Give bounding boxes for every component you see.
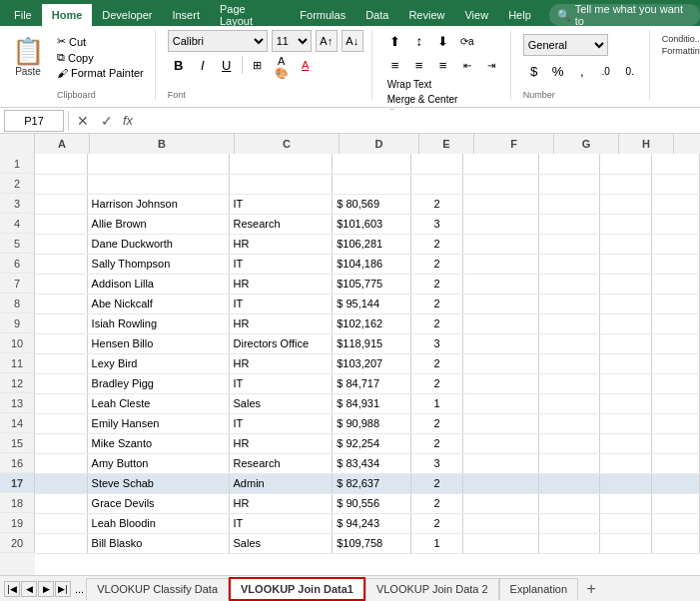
- row-header-18[interactable]: 18: [0, 493, 35, 513]
- col-header-h[interactable]: H: [619, 134, 674, 154]
- cell-b2[interactable]: [87, 174, 229, 194]
- align-center-button[interactable]: ≡: [408, 54, 430, 76]
- format-painter-button[interactable]: 🖌 Format Painter: [54, 66, 147, 80]
- row-header-3[interactable]: 3: [0, 194, 35, 214]
- cell-e1[interactable]: [410, 154, 463, 174]
- align-left-button[interactable]: ≡: [384, 54, 406, 76]
- sheet-tab-vlookup-join-data1[interactable]: VLOOKUP Join Data1: [229, 577, 365, 601]
- row-header-16[interactable]: 16: [0, 453, 35, 473]
- align-top-button[interactable]: ⬆: [384, 30, 406, 52]
- cell-b1[interactable]: [87, 154, 229, 174]
- col-header-g[interactable]: G: [554, 134, 619, 154]
- font-color-button[interactable]: A: [295, 54, 317, 76]
- row-header-1[interactable]: 1: [0, 154, 35, 174]
- cell-e2[interactable]: [410, 174, 463, 194]
- col-header-a[interactable]: A: [35, 134, 90, 154]
- tell-me-box[interactable]: 🔍 Tell me what you want to: [549, 4, 700, 26]
- add-sheet-button[interactable]: +: [580, 578, 602, 600]
- number-format-selector[interactable]: General: [523, 34, 608, 56]
- row-header-7[interactable]: 7: [0, 274, 35, 294]
- decrease-font-button[interactable]: A↓: [342, 30, 363, 52]
- row-header-5[interactable]: 5: [0, 234, 35, 254]
- row-header-15[interactable]: 15: [0, 433, 35, 453]
- italic-button[interactable]: I: [192, 54, 214, 76]
- bold-button[interactable]: B: [168, 54, 190, 76]
- tab-insert[interactable]: Insert: [162, 4, 210, 26]
- row-header-11[interactable]: 11: [0, 353, 35, 373]
- col-header-b[interactable]: B: [90, 134, 235, 154]
- cell-a1[interactable]: [35, 154, 87, 174]
- fill-color-button[interactable]: A🎨: [271, 54, 293, 76]
- row-header-4[interactable]: 4: [0, 214, 35, 234]
- cell-f2[interactable]: [463, 174, 539, 194]
- row-header-14[interactable]: 14: [0, 413, 35, 433]
- sheet-tab-vlookup-classify[interactable]: VLOOKUP Classify Data: [86, 578, 229, 600]
- decrease-decimal-button[interactable]: 0.: [619, 60, 641, 82]
- col-header-c[interactable]: C: [235, 134, 340, 154]
- tab-file[interactable]: File: [4, 4, 42, 26]
- sheet-nav-last[interactable]: ▶|: [55, 581, 71, 597]
- row-header-8[interactable]: 8: [0, 294, 35, 313]
- align-right-button[interactable]: ≡: [432, 54, 454, 76]
- cell-d2[interactable]: [333, 174, 410, 194]
- sheet-nav-next[interactable]: ▶: [38, 581, 54, 597]
- tab-help[interactable]: Help: [498, 4, 541, 26]
- tab-formulas[interactable]: Formulas: [290, 4, 355, 26]
- paste-button[interactable]: 📋 Paste: [6, 30, 50, 84]
- row-header-13[interactable]: 13: [0, 393, 35, 413]
- row-header-12[interactable]: 12: [0, 373, 35, 393]
- tab-view[interactable]: View: [454, 4, 498, 26]
- tab-review[interactable]: Review: [398, 4, 454, 26]
- cell-i1[interactable]: [652, 154, 700, 174]
- cell-reference-box[interactable]: [4, 110, 64, 132]
- row-header-9[interactable]: 9: [0, 313, 35, 333]
- increase-font-button[interactable]: A↑: [316, 30, 338, 52]
- cell-h2[interactable]: [600, 174, 652, 194]
- cell-f1[interactable]: [463, 154, 539, 174]
- cell-a2[interactable]: [35, 174, 87, 194]
- align-bottom-button[interactable]: ⬇: [432, 30, 454, 52]
- cancel-input-button[interactable]: ✕: [73, 111, 93, 131]
- tab-home[interactable]: Home: [42, 4, 93, 26]
- col-header-e[interactable]: E: [419, 134, 474, 154]
- cell-c1[interactable]: [229, 154, 333, 174]
- font-name-selector[interactable]: Calibri: [168, 30, 268, 52]
- sheet-tab-explanation[interactable]: Explanation: [499, 578, 579, 600]
- cell-d1[interactable]: [333, 154, 410, 174]
- percent-button[interactable]: %: [547, 60, 569, 82]
- row-header-17[interactable]: 17: [0, 473, 35, 493]
- cell-h1[interactable]: [600, 154, 652, 174]
- font-size-selector[interactable]: 11: [272, 30, 312, 52]
- align-middle-button[interactable]: ↕: [408, 30, 430, 52]
- confirm-input-button[interactable]: ✓: [97, 111, 117, 131]
- merge-center-button[interactable]: Merge & Center: [384, 93, 461, 106]
- cell-g1[interactable]: [538, 154, 600, 174]
- comma-button[interactable]: ,: [571, 60, 593, 82]
- col-header-f[interactable]: F: [474, 134, 554, 154]
- indent-decrease-button[interactable]: ⇤: [456, 54, 478, 76]
- row-header-2[interactable]: 2: [0, 174, 35, 194]
- cell-c2[interactable]: [229, 174, 333, 194]
- orientation-button[interactable]: ⟳a: [456, 30, 478, 52]
- row-header-6[interactable]: 6: [0, 254, 35, 274]
- tab-page-layout[interactable]: Page Layout: [210, 4, 290, 26]
- increase-decimal-button[interactable]: .0: [595, 60, 617, 82]
- cut-button[interactable]: ✂ Cut: [54, 34, 147, 49]
- row-header-19[interactable]: 19: [0, 513, 35, 533]
- col-header-d[interactable]: D: [340, 134, 419, 154]
- sheet-nav-prev[interactable]: ◀: [21, 581, 37, 597]
- currency-button[interactable]: $: [523, 60, 545, 82]
- border-button[interactable]: ⊞: [247, 54, 269, 76]
- row-header-20[interactable]: 20: [0, 533, 35, 553]
- wrap-text-button[interactable]: Wrap Text: [384, 78, 435, 91]
- cell-i2[interactable]: [652, 174, 700, 194]
- cell-g2[interactable]: [538, 174, 600, 194]
- row-header-10[interactable]: 10: [0, 333, 35, 353]
- formula-input[interactable]: [139, 110, 696, 132]
- tab-data[interactable]: Data: [355, 4, 398, 26]
- copy-button[interactable]: ⧉ Copy: [54, 50, 147, 65]
- sheet-tab-vlookup-join-data2[interactable]: VLOOKUP Join Data 2: [365, 578, 499, 600]
- tab-developer[interactable]: Developer: [92, 4, 162, 26]
- sheet-nav-first[interactable]: |◀: [4, 581, 20, 597]
- underline-button[interactable]: U: [216, 54, 238, 76]
